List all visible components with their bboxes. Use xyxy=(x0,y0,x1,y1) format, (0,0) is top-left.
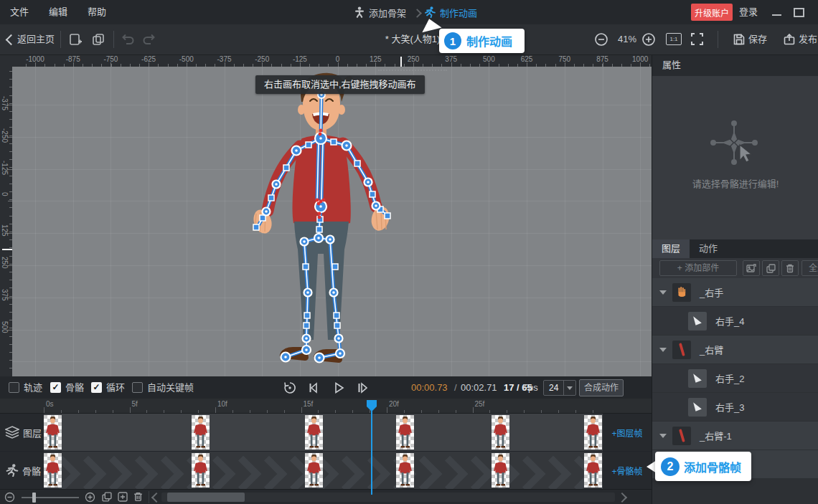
compose-action-button[interactable]: 合成动作 xyxy=(579,379,624,396)
layer-track[interactable] xyxy=(44,414,603,451)
add-layer-frame-button[interactable]: +图层帧 xyxy=(611,427,642,439)
play-icon[interactable] xyxy=(332,381,346,395)
layer-row-_右臂-1[interactable]: _右臂-1 xyxy=(652,422,818,450)
layer-keyframe-1[interactable] xyxy=(192,415,210,450)
checkbox-0[interactable] xyxy=(9,382,19,393)
zoom-out-icon[interactable] xyxy=(594,32,607,45)
character-figure[interactable] xyxy=(237,69,409,370)
checkbox-1[interactable]: ✓ xyxy=(50,382,61,393)
right-panel: 属性 请选择骨骼进行编辑! 图层动作 + 添加部件 全选 _右手右手_4_右臂右… xyxy=(652,54,818,504)
timeline-zoom-slider-handle[interactable] xyxy=(32,493,36,503)
bone-keyframe-1[interactable] xyxy=(192,453,210,488)
bone-track[interactable] xyxy=(44,452,603,489)
layer-keyframe-2[interactable] xyxy=(305,415,323,450)
v-ruler-label: 375 xyxy=(1,289,9,301)
mouse-x-marker xyxy=(400,57,402,67)
bone-keyframe-2[interactable] xyxy=(305,453,323,488)
callout-step-2: 2 添加骨骼帧 xyxy=(655,452,751,481)
bone-keyframe-4[interactable] xyxy=(492,453,509,488)
add-frame-icon[interactable] xyxy=(118,492,132,504)
nav-add-skeleton[interactable]: 添加骨架 xyxy=(354,0,406,24)
fps-value: 24 xyxy=(544,381,563,395)
delete-frame-icon[interactable] xyxy=(133,492,148,504)
layer-keyframe-4[interactable] xyxy=(492,415,509,450)
timeline-scrollbar-thumb[interactable] xyxy=(167,493,245,502)
layer-track-label: 图层 xyxy=(23,426,42,439)
back-home-button[interactable]: 返回主页 xyxy=(17,24,55,54)
layer-row-右手_4[interactable]: 右手_4 xyxy=(652,307,818,335)
window-minimize-button[interactable] xyxy=(772,14,781,16)
bone-run-icon xyxy=(6,464,19,477)
h-ruler-label: -250 xyxy=(246,55,278,63)
timeline-bottom-bar xyxy=(0,489,652,504)
total-time: 00:02.71 xyxy=(461,376,497,399)
timeline-zoom-out-icon[interactable] xyxy=(4,492,19,504)
move-cross-icon xyxy=(707,118,764,169)
previous-frame-icon[interactable] xyxy=(306,381,321,395)
h-ruler-label: -750 xyxy=(95,55,126,63)
tab-1[interactable]: 动作 xyxy=(690,239,727,258)
checkbox-3[interactable] xyxy=(132,382,143,393)
layer-row-_右臂[interactable]: _右臂 xyxy=(652,336,818,363)
caret-down-icon[interactable] xyxy=(659,290,667,295)
tab-0[interactable]: 图层 xyxy=(652,239,690,258)
copy-part-icon[interactable] xyxy=(762,260,779,276)
duplicate-icon[interactable] xyxy=(92,33,105,46)
checkbox-label-1[interactable]: 骨骼 xyxy=(65,376,84,399)
timeline-zoom-slider-track[interactable] xyxy=(22,497,79,498)
caret-down-icon[interactable] xyxy=(659,348,667,352)
v-ruler-label: 500 xyxy=(1,321,9,333)
replace-image-icon[interactable] xyxy=(743,260,760,276)
upgrade-account-button[interactable]: 升级账户 xyxy=(691,4,733,21)
layer-keyframe-5[interactable] xyxy=(584,415,602,450)
scroll-left-icon[interactable] xyxy=(151,493,161,503)
add-bone-frame-button[interactable]: +骨骼帧 xyxy=(611,465,642,477)
fullscreen-icon[interactable] xyxy=(691,33,704,46)
scroll-right-icon[interactable] xyxy=(617,493,627,503)
bone-keyframe-3[interactable] xyxy=(396,453,414,488)
h-ruler-label: -875 xyxy=(57,55,89,63)
delete-part-icon[interactable] xyxy=(781,260,799,276)
timeline-ruler[interactable]: 0s5f10f15f20f25f xyxy=(0,399,652,414)
copy-frame-icon[interactable] xyxy=(102,492,116,504)
restart-icon[interactable] xyxy=(283,381,297,395)
publish-button[interactable]: 发布 xyxy=(799,24,817,54)
skeleton-person-icon xyxy=(354,6,365,18)
layer-row-右手_3[interactable]: 右手_3 xyxy=(652,393,818,421)
select-all-button[interactable]: 全选 xyxy=(801,260,818,276)
checkbox-2[interactable]: ✓ xyxy=(91,382,102,393)
layer-keyframe-0[interactable] xyxy=(44,415,62,450)
v-ruler-label: 125 xyxy=(1,224,9,237)
timeline-scrollbar[interactable] xyxy=(161,493,615,502)
h-ruler-label: -1000 xyxy=(19,55,51,63)
checkbox-label-3[interactable]: 自动关键帧 xyxy=(147,376,194,399)
zoom-in-icon[interactable] xyxy=(641,32,654,45)
layer-keyframe-3[interactable] xyxy=(396,415,414,450)
stage-canvas[interactable]: 右击画布取消选中,右键拖拽移动画布 xyxy=(12,67,652,376)
menu-item-1[interactable]: 编辑 xyxy=(39,0,77,24)
window-maximize-button[interactable] xyxy=(794,8,804,17)
checkbox-label-2[interactable]: 循环 xyxy=(106,376,125,399)
bone-keyframe-0[interactable] xyxy=(44,453,62,488)
checkbox-label-0[interactable]: 轨迹 xyxy=(24,376,42,399)
undo-icon[interactable] xyxy=(121,33,133,46)
timeline-zoom-in-icon[interactable] xyxy=(85,492,99,504)
bone-keyframe-5[interactable] xyxy=(584,453,602,488)
canvas-tooltip: 右击画布取消选中,右键拖拽移动画布 xyxy=(255,75,425,94)
save-button[interactable]: 保存 xyxy=(748,24,767,54)
new-canvas-icon[interactable] xyxy=(69,33,82,46)
add-part-button[interactable]: + 添加部件 xyxy=(659,260,737,276)
login-button[interactable]: 登录 xyxy=(739,0,758,24)
actual-size-button[interactable]: 1:1 xyxy=(666,33,682,45)
caret-down-icon[interactable] xyxy=(659,434,667,438)
ruler-corner xyxy=(0,54,12,67)
menu-item-0[interactable]: 文件 xyxy=(0,0,39,24)
next-frame-icon[interactable] xyxy=(356,381,370,395)
menu-item-2[interactable]: 帮助 xyxy=(77,0,116,24)
redo-icon[interactable] xyxy=(142,33,155,46)
v-ruler-label: 0 xyxy=(1,192,9,196)
fps-select[interactable]: 24 xyxy=(543,380,576,396)
playhead-handle[interactable] xyxy=(367,400,377,412)
layer-row-_右手[interactable]: _右手 xyxy=(652,278,818,306)
layer-row-右手_2[interactable]: 右手_2 xyxy=(652,364,818,392)
